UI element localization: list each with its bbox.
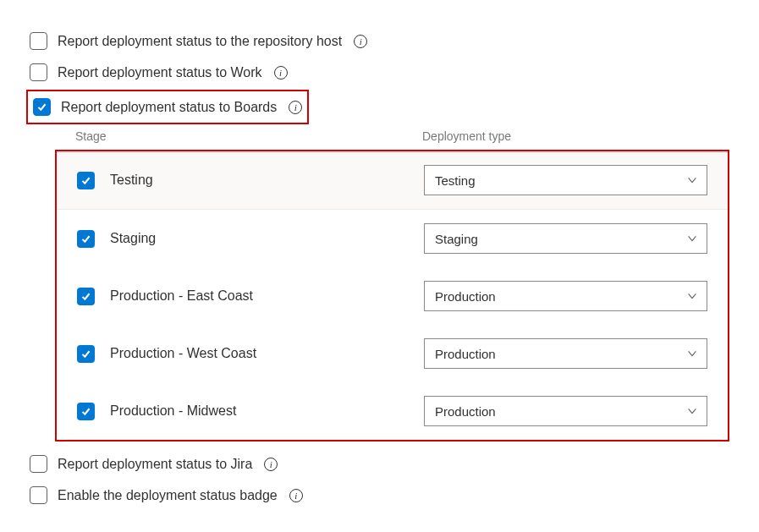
option-label-work: Report deployment status to Work <box>58 65 262 80</box>
deployment-type-dropdown[interactable]: Testing <box>424 165 707 195</box>
highlight-stages-table: Testing Testing Staging Staging <box>55 150 729 442</box>
option-row-repo-host: Report deployment status to the reposito… <box>30 25 729 57</box>
checkbox-boards[interactable] <box>33 98 51 116</box>
deployment-type-dropdown[interactable]: Production <box>424 281 707 311</box>
option-label-jira: Report deployment status to Jira <box>58 457 252 472</box>
deployment-type-dropdown[interactable]: Production <box>424 396 707 426</box>
chevron-down-icon <box>686 290 698 302</box>
stage-checkbox[interactable] <box>77 403 95 420</box>
chevron-down-icon <box>686 348 698 359</box>
dropdown-value: Testing <box>435 173 476 188</box>
table-row: Production - Midwest Production <box>57 382 728 440</box>
option-label-boards: Report deployment status to Boards <box>61 100 277 115</box>
stage-cell: Production - West Coast <box>77 345 424 363</box>
stages-section: Stage Deployment type Testing Testing <box>55 129 729 442</box>
info-icon[interactable]: i <box>354 35 367 48</box>
info-icon[interactable]: i <box>289 489 303 502</box>
deployment-type-dropdown[interactable]: Staging <box>424 223 707 254</box>
type-cell: Production <box>424 396 707 426</box>
checkbox-badge[interactable] <box>30 486 47 504</box>
table-row: Staging Staging <box>57 210 728 267</box>
checkbox-work[interactable] <box>30 63 47 81</box>
type-cell: Testing <box>424 165 707 195</box>
stage-checkbox[interactable] <box>77 230 95 248</box>
info-icon[interactable]: i <box>274 66 288 80</box>
stage-name: Production - Midwest <box>110 403 236 419</box>
highlight-boards: Report deployment status to Boards i <box>26 90 309 124</box>
header-deployment-type: Deployment type <box>422 129 709 143</box>
table-row: Testing Testing <box>57 151 728 210</box>
dropdown-value: Production <box>435 347 496 361</box>
option-row-badge: Enable the deployment status badge i <box>30 480 729 511</box>
option-label-repo-host: Report deployment status to the reposito… <box>58 34 342 49</box>
header-stage: Stage <box>75 129 422 143</box>
option-row-jira: Report deployment status to Jira i <box>30 448 729 480</box>
chevron-down-icon <box>686 405 698 417</box>
table-row: Production - East Coast Production <box>57 267 728 325</box>
deployment-type-dropdown[interactable]: Production <box>424 338 707 369</box>
type-cell: Staging <box>424 223 707 254</box>
stage-checkbox[interactable] <box>77 288 95 305</box>
option-row-work: Report deployment status to Work i <box>30 57 729 88</box>
type-cell: Production <box>424 281 707 311</box>
chevron-down-icon <box>686 174 698 186</box>
info-icon[interactable]: i <box>289 101 302 114</box>
dropdown-value: Staging <box>435 232 478 246</box>
option-row-boards: Report deployment status to Boards i <box>33 95 302 119</box>
stage-name: Staging <box>110 231 156 246</box>
chevron-down-icon <box>686 233 698 244</box>
stage-cell: Production - Midwest <box>77 403 424 420</box>
dropdown-value: Production <box>435 289 496 304</box>
checkbox-jira[interactable] <box>30 455 47 473</box>
stage-cell: Testing <box>77 172 424 189</box>
dropdown-value: Production <box>435 404 496 419</box>
stage-name: Production - West Coast <box>110 346 256 361</box>
info-icon[interactable]: i <box>264 458 278 471</box>
checkbox-repo-host[interactable] <box>30 32 47 50</box>
stage-checkbox[interactable] <box>77 345 95 363</box>
stage-cell: Staging <box>77 230 424 248</box>
stage-name: Testing <box>110 173 153 188</box>
option-label-badge: Enable the deployment status badge <box>58 488 278 503</box>
stage-checkbox[interactable] <box>77 172 95 189</box>
table-row: Production - West Coast Production <box>57 325 728 382</box>
stage-name: Production - East Coast <box>110 288 253 304</box>
type-cell: Production <box>424 338 707 369</box>
stage-cell: Production - East Coast <box>77 288 424 305</box>
stages-header: Stage Deployment type <box>55 129 729 150</box>
